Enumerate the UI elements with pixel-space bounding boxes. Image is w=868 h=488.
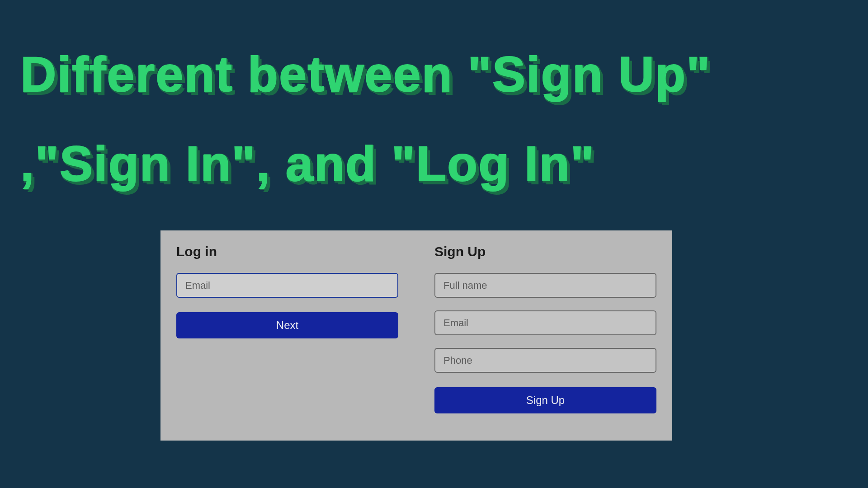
login-column: Log in Next	[176, 244, 398, 422]
login-next-button[interactable]: Next	[176, 312, 398, 338]
login-email-input[interactable]	[176, 273, 398, 298]
title-line-2: ,"Sign In", and "Log In"	[20, 119, 789, 208]
signup-submit-button[interactable]: Sign Up	[434, 387, 656, 413]
signup-phone-input[interactable]	[434, 348, 656, 373]
slide-title: Different between "Sign Up" ,"Sign In", …	[20, 29, 789, 208]
signup-fullname-input[interactable]	[434, 273, 656, 298]
title-line-1: Different between "Sign Up"	[20, 29, 789, 119]
signup-column: Sign Up Sign Up	[434, 244, 656, 422]
signup-heading: Sign Up	[434, 244, 656, 259]
signup-email-input[interactable]	[434, 310, 656, 335]
login-heading: Log in	[176, 244, 398, 259]
forms-panel: Log in Next Sign Up Sign Up	[160, 230, 672, 441]
